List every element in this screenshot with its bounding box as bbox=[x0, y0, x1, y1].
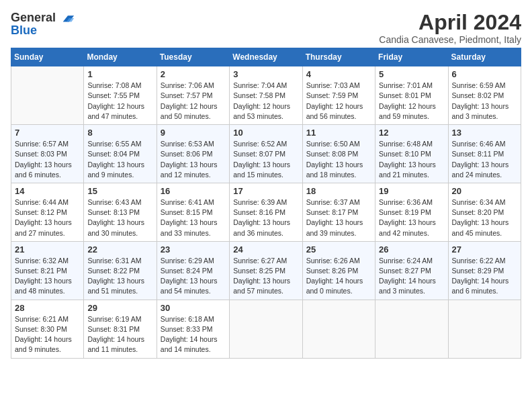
calendar-cell bbox=[375, 300, 448, 358]
calendar-cell: 23Sunrise: 6:29 AMSunset: 8:24 PMDayligh… bbox=[157, 241, 229, 300]
calendar-cell: 22Sunrise: 6:31 AMSunset: 8:22 PMDayligh… bbox=[84, 241, 157, 300]
calendar-cell bbox=[230, 300, 302, 358]
calendar-cell: 26Sunrise: 6:24 AMSunset: 8:27 PMDayligh… bbox=[375, 241, 448, 300]
day-info: Sunrise: 7:04 AMSunset: 7:58 PMDaylight:… bbox=[233, 81, 298, 122]
day-info: Sunrise: 6:55 AMSunset: 8:04 PMDaylight:… bbox=[87, 139, 152, 180]
day-number: 30 bbox=[161, 303, 226, 313]
calendar-cell: 15Sunrise: 6:43 AMSunset: 8:13 PMDayligh… bbox=[84, 183, 157, 241]
day-number: 4 bbox=[306, 69, 371, 79]
calendar-cell: 11Sunrise: 6:50 AMSunset: 8:08 PMDayligh… bbox=[302, 125, 375, 183]
day-number: 11 bbox=[306, 128, 371, 138]
day-number: 6 bbox=[452, 69, 517, 79]
calendar-cell: 20Sunrise: 6:34 AMSunset: 8:20 PMDayligh… bbox=[448, 183, 521, 241]
calendar-week-row: 7Sunrise: 6:57 AMSunset: 8:03 PMDaylight… bbox=[11, 125, 521, 183]
day-info: Sunrise: 6:57 AMSunset: 8:03 PMDaylight:… bbox=[15, 139, 80, 180]
day-info: Sunrise: 6:59 AMSunset: 8:02 PMDaylight:… bbox=[452, 81, 517, 122]
day-number: 22 bbox=[87, 244, 152, 255]
day-info: Sunrise: 7:01 AMSunset: 8:01 PMDaylight:… bbox=[379, 81, 444, 122]
day-number: 19 bbox=[379, 186, 444, 196]
day-number: 5 bbox=[379, 69, 444, 79]
calendar-cell: 28Sunrise: 6:21 AMSunset: 8:30 PMDayligh… bbox=[11, 300, 84, 358]
day-number: 20 bbox=[452, 186, 517, 196]
day-info: Sunrise: 6:43 AMSunset: 8:13 PMDaylight:… bbox=[87, 197, 152, 238]
day-info: Sunrise: 6:34 AMSunset: 8:20 PMDaylight:… bbox=[452, 197, 517, 238]
location-subtitle: Candia Canavese, Piedmont, Italy bbox=[379, 34, 521, 45]
column-header-friday: Friday bbox=[375, 48, 448, 66]
calendar-cell: 18Sunrise: 6:37 AMSunset: 8:17 PMDayligh… bbox=[302, 183, 375, 241]
day-info: Sunrise: 6:27 AMSunset: 8:25 PMDaylight:… bbox=[233, 256, 298, 297]
logo-blue-text: Blue bbox=[11, 24, 75, 38]
day-number: 14 bbox=[15, 186, 80, 196]
calendar-cell: 25Sunrise: 6:26 AMSunset: 8:26 PMDayligh… bbox=[302, 241, 375, 300]
day-info: Sunrise: 7:03 AMSunset: 7:59 PMDaylight:… bbox=[306, 81, 371, 122]
column-header-thursday: Thursday bbox=[302, 48, 375, 66]
calendar-table: SundayMondayTuesdayWednesdayThursdayFrid… bbox=[11, 48, 521, 358]
title-block: April 2024 Candia Canavese, Piedmont, It… bbox=[379, 11, 521, 45]
calendar-cell bbox=[448, 300, 521, 358]
day-info: Sunrise: 6:53 AMSunset: 8:06 PMDaylight:… bbox=[161, 139, 226, 180]
column-header-saturday: Saturday bbox=[448, 48, 521, 66]
calendar-cell: 8Sunrise: 6:55 AMSunset: 8:04 PMDaylight… bbox=[84, 125, 157, 183]
day-number: 21 bbox=[15, 244, 80, 255]
day-number: 27 bbox=[452, 244, 517, 255]
calendar-cell: 7Sunrise: 6:57 AMSunset: 8:03 PMDaylight… bbox=[11, 125, 84, 183]
day-info: Sunrise: 6:21 AMSunset: 8:30 PMDaylight:… bbox=[15, 314, 80, 355]
calendar-cell: 17Sunrise: 6:39 AMSunset: 8:16 PMDayligh… bbox=[230, 183, 302, 241]
logo-icon bbox=[60, 11, 75, 26]
calendar-week-row: 28Sunrise: 6:21 AMSunset: 8:30 PMDayligh… bbox=[11, 300, 521, 358]
calendar-cell: 24Sunrise: 6:27 AMSunset: 8:25 PMDayligh… bbox=[230, 241, 302, 300]
calendar-cell: 14Sunrise: 6:44 AMSunset: 8:12 PMDayligh… bbox=[11, 183, 84, 241]
logo: General Blue bbox=[11, 11, 75, 38]
day-number: 28 bbox=[15, 303, 80, 313]
day-info: Sunrise: 6:32 AMSunset: 8:21 PMDaylight:… bbox=[15, 256, 80, 297]
day-info: Sunrise: 6:50 AMSunset: 8:08 PMDaylight:… bbox=[306, 139, 371, 180]
day-info: Sunrise: 7:08 AMSunset: 7:55 PMDaylight:… bbox=[87, 81, 152, 122]
calendar-header-row: SundayMondayTuesdayWednesdayThursdayFrid… bbox=[11, 48, 521, 66]
column-header-monday: Monday bbox=[84, 48, 157, 66]
day-info: Sunrise: 6:26 AMSunset: 8:26 PMDaylight:… bbox=[306, 256, 371, 297]
calendar-cell: 1Sunrise: 7:08 AMSunset: 7:55 PMDaylight… bbox=[84, 66, 157, 125]
logo-blue: Blue bbox=[11, 24, 37, 37]
day-info: Sunrise: 6:48 AMSunset: 8:10 PMDaylight:… bbox=[379, 139, 444, 180]
calendar-cell: 10Sunrise: 6:52 AMSunset: 8:07 PMDayligh… bbox=[230, 125, 302, 183]
day-number: 12 bbox=[379, 128, 444, 138]
day-number: 24 bbox=[233, 244, 298, 255]
day-info: Sunrise: 7:06 AMSunset: 7:57 PMDaylight:… bbox=[161, 81, 226, 122]
calendar-cell: 3Sunrise: 7:04 AMSunset: 7:58 PMDaylight… bbox=[230, 66, 302, 125]
column-header-wednesday: Wednesday bbox=[230, 48, 302, 66]
day-info: Sunrise: 6:24 AMSunset: 8:27 PMDaylight:… bbox=[379, 256, 444, 297]
day-number: 3 bbox=[233, 69, 298, 79]
calendar-cell: 4Sunrise: 7:03 AMSunset: 7:59 PMDaylight… bbox=[302, 66, 375, 125]
calendar-cell: 6Sunrise: 6:59 AMSunset: 8:02 PMDaylight… bbox=[448, 66, 521, 125]
day-number: 26 bbox=[379, 244, 444, 255]
calendar-cell bbox=[11, 66, 84, 125]
calendar-cell: 2Sunrise: 7:06 AMSunset: 7:57 PMDaylight… bbox=[157, 66, 229, 125]
day-info: Sunrise: 6:22 AMSunset: 8:29 PMDaylight:… bbox=[452, 256, 517, 297]
day-info: Sunrise: 6:29 AMSunset: 8:24 PMDaylight:… bbox=[161, 256, 226, 297]
calendar-cell: 16Sunrise: 6:41 AMSunset: 8:15 PMDayligh… bbox=[157, 183, 229, 241]
day-number: 9 bbox=[161, 128, 226, 138]
day-number: 15 bbox=[87, 186, 152, 196]
month-title: April 2024 bbox=[379, 11, 521, 34]
calendar-cell bbox=[302, 300, 375, 358]
day-number: 7 bbox=[15, 128, 80, 138]
day-number: 8 bbox=[87, 128, 152, 138]
column-header-sunday: Sunday bbox=[11, 48, 84, 66]
calendar-cell: 21Sunrise: 6:32 AMSunset: 8:21 PMDayligh… bbox=[11, 241, 84, 300]
day-number: 16 bbox=[161, 186, 226, 196]
day-number: 13 bbox=[452, 128, 517, 138]
calendar-cell: 5Sunrise: 7:01 AMSunset: 8:01 PMDaylight… bbox=[375, 66, 448, 125]
calendar-cell: 30Sunrise: 6:18 AMSunset: 8:33 PMDayligh… bbox=[157, 300, 229, 358]
day-info: Sunrise: 6:41 AMSunset: 8:15 PMDaylight:… bbox=[161, 197, 226, 238]
day-number: 1 bbox=[87, 69, 152, 79]
day-info: Sunrise: 6:46 AMSunset: 8:11 PMDaylight:… bbox=[452, 139, 517, 180]
day-info: Sunrise: 6:18 AMSunset: 8:33 PMDaylight:… bbox=[161, 314, 226, 355]
calendar-cell: 19Sunrise: 6:36 AMSunset: 8:19 PMDayligh… bbox=[375, 183, 448, 241]
day-info: Sunrise: 6:37 AMSunset: 8:17 PMDaylight:… bbox=[306, 197, 371, 238]
day-info: Sunrise: 6:52 AMSunset: 8:07 PMDaylight:… bbox=[233, 139, 298, 180]
day-number: 10 bbox=[233, 128, 298, 138]
calendar-cell: 13Sunrise: 6:46 AMSunset: 8:11 PMDayligh… bbox=[448, 125, 521, 183]
day-info: Sunrise: 6:36 AMSunset: 8:19 PMDaylight:… bbox=[379, 197, 444, 238]
day-number: 17 bbox=[233, 186, 298, 196]
calendar-week-row: 14Sunrise: 6:44 AMSunset: 8:12 PMDayligh… bbox=[11, 183, 521, 241]
